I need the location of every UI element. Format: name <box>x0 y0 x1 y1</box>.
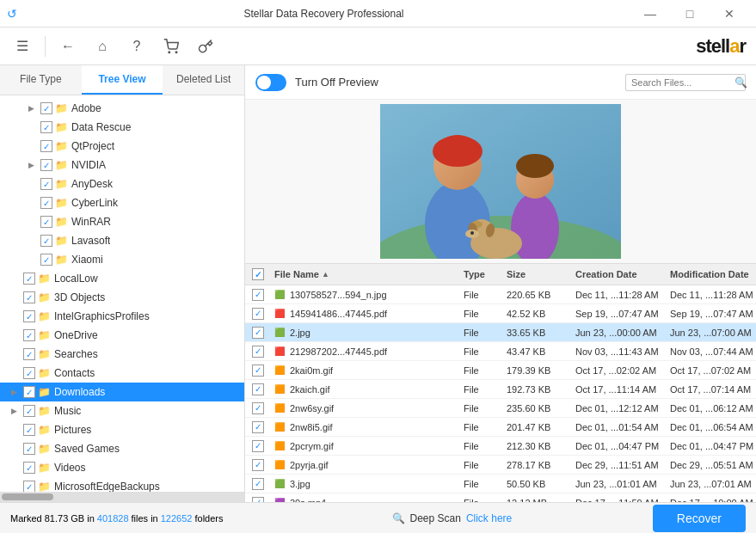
row-check-6[interactable]: ✓ <box>245 402 271 414</box>
checkbox-downloads[interactable] <box>23 386 35 398</box>
expand-icon-music[interactable]: ▶ <box>7 404 21 418</box>
header-created[interactable]: Creation Date <box>572 269 667 279</box>
close-button[interactable]: ✕ <box>710 0 749 28</box>
tree-container[interactable]: ▶📁Adobe📁Data Rescue📁QtProject▶📁NVIDIA📁An… <box>0 95 244 492</box>
row-check-1[interactable]: ✓ <box>245 308 271 320</box>
header-filename[interactable]: File Name ▲ <box>271 269 460 279</box>
file-row-1[interactable]: ✓🟥145941486...47445.pdfFile42.52 KBSep 1… <box>245 304 756 323</box>
tree-item-anydesk[interactable]: 📁AnyDesk <box>0 175 244 193</box>
tree-item-cyberlink[interactable]: 📁CyberLink <box>0 193 244 212</box>
maximize-button[interactable]: □ <box>670 0 710 28</box>
header-check[interactable]: ✓ <box>245 268 271 280</box>
key-icon[interactable] <box>194 34 218 58</box>
file-row-11[interactable]: ✓🟪30s.mp4File12.12 MBDec 17, ...11:59 AM… <box>245 493 756 502</box>
file-checkbox-1[interactable]: ✓ <box>252 308 264 320</box>
tree-item-lavasoft[interactable]: 📁Lavasoft <box>0 231 244 250</box>
file-row-4[interactable]: ✓🟧2kai0m.gifFile179.39 KBOct 17, ...02:0… <box>245 361 756 380</box>
checkbox-3dobjects[interactable] <box>23 291 35 303</box>
tree-item-nvidia[interactable]: ▶📁NVIDIA <box>0 156 244 175</box>
tree-item-adobe[interactable]: ▶📁Adobe <box>0 99 244 118</box>
checkbox-nvidia[interactable] <box>40 159 52 171</box>
search-input[interactable] <box>631 77 734 88</box>
home-icon[interactable]: ⌂ <box>90 34 114 58</box>
checkbox-msedgebackups[interactable] <box>23 481 35 492</box>
checkbox-qtproject[interactable] <box>40 140 52 152</box>
tree-item-3dobjects[interactable]: 📁3D Objects <box>0 288 244 307</box>
back-icon[interactable]: ← <box>56 34 80 58</box>
checkbox-adobe[interactable] <box>40 102 52 114</box>
scrollbar-thumb[interactable] <box>2 493 53 500</box>
expand-icon-nvidia[interactable]: ▶ <box>24 158 38 172</box>
row-check-8[interactable]: ✓ <box>245 440 271 452</box>
checkbox-music[interactable] <box>23 405 35 417</box>
tree-item-downloads[interactable]: ▶📁Downloads <box>0 383 244 401</box>
checkbox-contacts[interactable] <box>23 367 35 379</box>
tree-item-searches[interactable]: 📁Searches <box>0 345 244 364</box>
file-checkbox-0[interactable]: ✓ <box>252 289 264 301</box>
tree-item-contacts[interactable]: 📁Contacts <box>0 364 244 383</box>
checkbox-videos[interactable] <box>23 462 35 474</box>
row-check-4[interactable]: ✓ <box>245 365 271 377</box>
header-size[interactable]: Size <box>503 269 572 279</box>
file-checkbox-2[interactable]: ✓ <box>252 327 264 339</box>
tree-item-locallow[interactable]: 📁LocalLow <box>0 269 244 288</box>
tree-item-xiaomi[interactable]: 📁Xiaomi <box>0 250 244 269</box>
checkbox-locallow[interactable] <box>23 273 35 285</box>
expand-icon-adobe[interactable]: ▶ <box>24 101 38 115</box>
tab-deleted-list[interactable]: Deleted List <box>163 65 244 95</box>
recover-button[interactable]: Recover <box>653 505 746 532</box>
file-list[interactable]: ✓🟩130758527...594_n.jpgFile220.65 KBDec … <box>245 285 756 502</box>
file-row-9[interactable]: ✓🟧2pyrja.gifFile278.17 KBDec 29, ...11:5… <box>245 456 756 475</box>
file-checkbox-8[interactable]: ✓ <box>252 440 264 452</box>
header-modified[interactable]: Modification Date <box>667 269 756 279</box>
file-row-5[interactable]: ✓🟧2kaich.gifFile192.73 KBOct 17, ...11:1… <box>245 380 756 399</box>
tree-item-videos[interactable]: 📁Videos <box>0 458 244 477</box>
file-row-6[interactable]: ✓🟧2nw6sy.gifFile235.60 KBDec 01, ...12:1… <box>245 399 756 418</box>
row-check-11[interactable]: ✓ <box>245 497 271 503</box>
search-box[interactable]: 🔍 <box>625 74 746 91</box>
tree-item-datarescue[interactable]: 📁Data Rescue <box>0 118 244 137</box>
horizontal-scrollbar[interactable] <box>0 492 244 502</box>
file-row-10[interactable]: ✓🟩3.jpgFile50.50 KBJun 23, ...01:01 AMJu… <box>245 475 756 493</box>
deep-scan-link[interactable]: Click here <box>466 512 512 524</box>
checkbox-cyberlink[interactable] <box>40 197 52 209</box>
checkbox-onedrive[interactable] <box>23 329 35 341</box>
minimize-button[interactable]: — <box>630 0 670 28</box>
header-type[interactable]: Type <box>460 269 503 279</box>
checkbox-pictures[interactable] <box>23 424 35 436</box>
row-check-2[interactable]: ✓ <box>245 327 271 339</box>
tree-item-winrar[interactable]: 📁WinRAR <box>0 212 244 231</box>
help-icon[interactable]: ? <box>125 34 149 58</box>
checkbox-anydesk[interactable] <box>40 178 52 190</box>
checkbox-savedgames[interactable] <box>23 443 35 455</box>
file-row-0[interactable]: ✓🟩130758527...594_n.jpgFile220.65 KBDec … <box>245 285 756 304</box>
row-check-3[interactable]: ✓ <box>245 346 271 358</box>
file-checkbox-9[interactable]: ✓ <box>252 459 264 471</box>
file-checkbox-3[interactable]: ✓ <box>252 346 264 358</box>
file-checkbox-11[interactable]: ✓ <box>252 497 264 503</box>
checkbox-xiaomi[interactable] <box>40 254 52 266</box>
cart-icon[interactable] <box>159 34 183 58</box>
row-check-5[interactable]: ✓ <box>245 383 271 395</box>
file-row-7[interactable]: ✓🟧2nw8i5.gifFile201.47 KBDec 01, ...01:5… <box>245 418 756 437</box>
file-row-3[interactable]: ✓🟥212987202...47445.pdfFile43.47 KBNov 0… <box>245 342 756 361</box>
tab-file-type[interactable]: File Type <box>0 65 82 95</box>
tree-item-music[interactable]: ▶📁Music <box>0 401 244 420</box>
row-check-10[interactable]: ✓ <box>245 478 271 490</box>
tab-tree-view[interactable]: Tree View <box>82 65 163 95</box>
row-check-0[interactable]: ✓ <box>245 289 271 301</box>
tree-item-savedgames[interactable]: 📁Saved Games <box>0 439 244 458</box>
tree-item-pictures[interactable]: 📁Pictures <box>0 420 244 439</box>
row-check-7[interactable]: ✓ <box>245 421 271 433</box>
tree-item-intgraphics[interactable]: 📁IntelGraphicsProfiles <box>0 307 244 326</box>
checkbox-intgraphics[interactable] <box>23 310 35 322</box>
checkbox-winrar[interactable] <box>40 216 52 228</box>
expand-icon-downloads[interactable]: ▶ <box>7 385 21 399</box>
checkbox-searches[interactable] <box>23 348 35 360</box>
file-checkbox-7[interactable]: ✓ <box>252 421 264 433</box>
file-checkbox-10[interactable]: ✓ <box>252 478 264 490</box>
row-check-9[interactable]: ✓ <box>245 459 271 471</box>
checkbox-datarescue[interactable] <box>40 121 52 133</box>
checkbox-lavasoft[interactable] <box>40 235 52 247</box>
file-row-2[interactable]: ✓🟩2.jpgFile33.65 KBJun 23, ...00:00 AMJu… <box>245 323 756 342</box>
